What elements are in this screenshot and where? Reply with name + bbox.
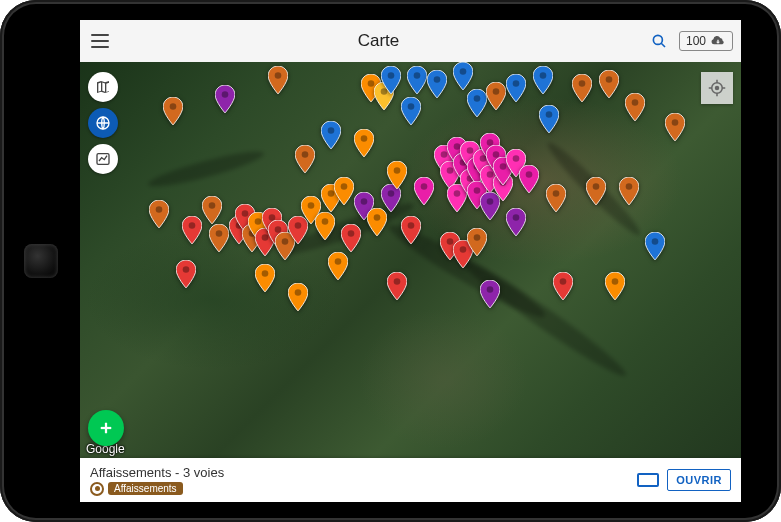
- page-title: Carte: [112, 31, 645, 51]
- svg-point-16: [328, 127, 335, 134]
- map-marker[interactable]: [334, 177, 354, 205]
- svg-point-13: [222, 92, 229, 99]
- svg-point-47: [308, 203, 315, 210]
- map-canvas[interactable]: Google: [80, 62, 741, 458]
- svg-point-34: [156, 206, 163, 213]
- map-marker[interactable]: [427, 70, 447, 98]
- satellite-button[interactable]: [88, 108, 118, 138]
- map-marker[interactable]: [453, 62, 473, 90]
- map-marker[interactable]: [407, 66, 427, 94]
- plus-icon: [97, 419, 115, 437]
- svg-point-21: [407, 104, 414, 111]
- map-type-button[interactable]: [88, 72, 118, 102]
- svg-point-27: [513, 80, 520, 87]
- svg-point-37: [216, 230, 223, 237]
- map-marker[interactable]: [387, 161, 407, 189]
- layer-button-stack: [88, 72, 118, 174]
- tablet-home-button[interactable]: [24, 244, 58, 278]
- map-marker[interactable]: [209, 224, 229, 252]
- map-marker[interactable]: [182, 216, 202, 244]
- globe-icon: [95, 115, 111, 131]
- bottom-sheet: Affaissements - 3 voies Affaissements OU…: [80, 458, 741, 502]
- sheet-tag-row: Affaissements: [90, 482, 637, 496]
- svg-line-1: [661, 43, 665, 47]
- svg-point-52: [361, 199, 368, 206]
- map-marker[interactable]: [599, 70, 619, 98]
- map-marker[interactable]: [645, 232, 665, 260]
- map-marker[interactable]: [176, 260, 196, 288]
- map-marker[interactable]: [163, 97, 183, 125]
- svg-point-82: [625, 183, 632, 190]
- svg-point-76: [513, 214, 520, 221]
- map-marker[interactable]: [480, 280, 500, 308]
- map-marker[interactable]: [519, 165, 539, 193]
- svg-point-36: [209, 203, 216, 210]
- map-marker[interactable]: [665, 113, 685, 141]
- map-marker[interactable]: [625, 93, 645, 121]
- chart-layer-button[interactable]: [88, 144, 118, 174]
- map-marker[interactable]: [354, 129, 374, 157]
- map-marker[interactable]: [414, 177, 434, 205]
- map-marker[interactable]: [605, 272, 625, 300]
- category-chip: Affaissements: [108, 482, 183, 495]
- map-marker[interactable]: [401, 97, 421, 125]
- crosshair-icon: [708, 79, 726, 97]
- svg-point-30: [579, 80, 586, 87]
- sync-count-button[interactable]: 100: [679, 31, 733, 51]
- svg-point-91: [334, 258, 341, 265]
- svg-point-83: [652, 238, 659, 245]
- map-marker[interactable]: [506, 74, 526, 102]
- map-marker[interactable]: [328, 252, 348, 280]
- svg-point-0: [653, 35, 662, 44]
- svg-point-89: [262, 270, 269, 277]
- map-marker[interactable]: [341, 224, 361, 252]
- search-button[interactable]: [645, 27, 673, 55]
- landscape-icon[interactable]: [637, 473, 659, 487]
- svg-point-90: [182, 266, 189, 273]
- svg-point-86: [487, 286, 494, 293]
- svg-point-84: [612, 278, 619, 285]
- map-marker[interactable]: [381, 66, 401, 94]
- svg-point-15: [301, 151, 308, 158]
- svg-point-35: [189, 222, 196, 229]
- search-icon: [650, 32, 668, 50]
- svg-point-50: [341, 183, 348, 190]
- open-button[interactable]: OUVRIR: [667, 469, 731, 491]
- svg-point-25: [473, 96, 480, 103]
- map-marker[interactable]: [467, 89, 487, 117]
- svg-point-54: [387, 191, 394, 198]
- map-marker[interactable]: [288, 283, 308, 311]
- map-marker[interactable]: [533, 66, 553, 94]
- map-marker[interactable]: [401, 216, 421, 244]
- svg-point-12: [169, 104, 176, 111]
- map-marker[interactable]: [553, 272, 573, 300]
- svg-point-57: [420, 183, 427, 190]
- map-marker[interactable]: [387, 272, 407, 300]
- map-marker[interactable]: [486, 82, 506, 110]
- map-marker[interactable]: [467, 228, 487, 256]
- svg-point-33: [672, 119, 679, 126]
- map-marker[interactable]: [321, 121, 341, 149]
- map-marker[interactable]: [215, 85, 235, 113]
- map-marker[interactable]: [149, 200, 169, 228]
- svg-point-81: [592, 183, 599, 190]
- map-marker[interactable]: [506, 208, 526, 236]
- map-marker[interactable]: [268, 66, 288, 94]
- sheet-info[interactable]: Affaissements - 3 voies Affaissements: [90, 465, 637, 496]
- sheet-actions: OUVRIR: [637, 469, 731, 491]
- map-marker[interactable]: [255, 264, 275, 292]
- map-marker[interactable]: [202, 196, 222, 224]
- menu-icon[interactable]: [88, 29, 112, 53]
- tag-target-icon: [90, 482, 104, 496]
- locate-me-button[interactable]: [701, 72, 733, 104]
- map-marker[interactable]: [586, 177, 606, 205]
- map-marker[interactable]: [619, 177, 639, 205]
- svg-point-14: [275, 72, 282, 79]
- svg-point-24: [460, 68, 467, 75]
- map-marker[interactable]: [572, 74, 592, 102]
- map-marker[interactable]: [295, 145, 315, 173]
- add-button[interactable]: [88, 410, 124, 446]
- map-marker[interactable]: [546, 184, 566, 212]
- map-marker[interactable]: [539, 105, 559, 133]
- map-marker[interactable]: [315, 212, 335, 240]
